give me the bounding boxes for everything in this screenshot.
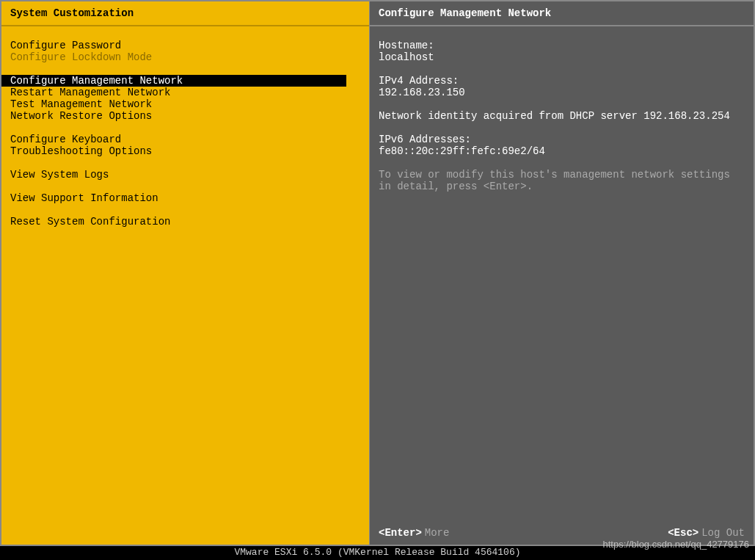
esc-hint[interactable]: <Esc>Log Out xyxy=(668,527,745,539)
menu-item[interactable]: Restart Management Network xyxy=(1,87,369,98)
hostname-value: localhost xyxy=(379,51,745,63)
menu-group: Configure PasswordConfigure Lockdown Mod… xyxy=(1,40,369,63)
menu-group: View System Logs xyxy=(1,169,369,181)
menu-group: View Support Information xyxy=(1,192,369,204)
menu-group: Configure Management NetworkRestart Mana… xyxy=(1,75,369,122)
menu-item[interactable]: Configure Keyboard xyxy=(1,134,369,145)
right-panel: Configure Management Network Hostname: l… xyxy=(370,1,754,545)
enter-key: <Enter> xyxy=(379,527,422,539)
ipv6-value: fe80::20c:29ff:fefc:69e2/64 xyxy=(379,145,745,157)
esc-key: <Esc> xyxy=(668,527,699,539)
menu-item[interactable]: Configure Password xyxy=(1,40,369,51)
menu-item[interactable]: Network Restore Options xyxy=(1,110,369,122)
menu-item: Configure Lockdown Mode xyxy=(1,51,369,63)
enter-hint[interactable]: <Enter>More xyxy=(379,527,449,539)
menu-item[interactable]: Troubleshooting Options xyxy=(1,145,369,157)
watermark: https://blog.csdn.net/qq_42779176 xyxy=(603,539,750,550)
left-panel-title: System Customization xyxy=(1,1,369,26)
esc-action: Log Out xyxy=(701,527,745,539)
enter-action: More xyxy=(425,527,450,539)
ipv4-value: 192.168.23.150 xyxy=(379,87,745,98)
menu-item[interactable]: View Support Information xyxy=(1,192,369,204)
ipv6-label: IPv6 Addresses: xyxy=(379,134,745,145)
menu-item[interactable]: Test Management Network xyxy=(1,98,369,110)
hostname-label: Hostname: xyxy=(379,40,745,51)
menu-group: Configure KeyboardTroubleshooting Option… xyxy=(1,134,369,157)
right-panel-title: Configure Management Network xyxy=(370,1,754,26)
menu-group: Reset System Configuration xyxy=(1,216,369,228)
menu-item[interactable]: Configure Management Network xyxy=(1,75,346,87)
menu-section: Configure PasswordConfigure Lockdown Mod… xyxy=(1,26,369,239)
ipv4-label: IPv4 Address: xyxy=(379,75,745,87)
detail-content: Hostname: localhost IPv4 Address: 192.16… xyxy=(370,26,754,521)
menu-item[interactable]: View System Logs xyxy=(1,169,369,181)
dhcp-info: Network identity acquired from DHCP serv… xyxy=(379,110,745,122)
menu-item[interactable]: Reset System Configuration xyxy=(1,216,369,228)
detail-hint: To view or modify this host's management… xyxy=(379,169,745,192)
left-panel: System Customization Configure PasswordC… xyxy=(1,1,370,545)
